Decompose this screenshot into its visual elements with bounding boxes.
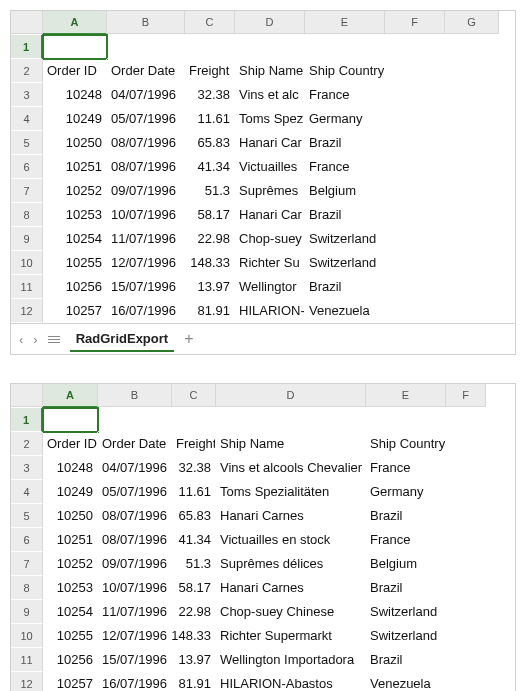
cell[interactable]: Order Date (98, 432, 172, 456)
cell[interactable]: Vins et alcools Chevalier (216, 456, 366, 480)
cell[interactable]: 10250 (43, 131, 107, 155)
row-header-8[interactable]: 8 (11, 576, 43, 600)
row-header-5[interactable]: 5 (11, 504, 43, 528)
cell[interactable]: Switzerland (366, 600, 446, 624)
cell[interactable]: 22.98 (185, 227, 235, 251)
col-header-F[interactable]: F (385, 11, 445, 34)
cell[interactable] (385, 83, 445, 107)
cell[interactable]: Freight (172, 432, 216, 456)
col-header-A[interactable]: A (43, 384, 98, 408)
cell[interactable]: 05/07/1996 (98, 480, 172, 504)
cell[interactable]: Belgium (305, 179, 385, 203)
all-sheets-icon[interactable] (48, 336, 60, 343)
cell[interactable] (385, 155, 445, 179)
col-header-C[interactable]: C (185, 11, 235, 34)
cell[interactable]: Hanari Car (235, 203, 305, 227)
cell[interactable] (445, 59, 499, 83)
row-header-6[interactable]: 6 (11, 155, 43, 179)
cell[interactable] (385, 203, 445, 227)
row-header-11[interactable]: 11 (11, 275, 43, 299)
cell[interactable]: Venezuela (366, 672, 446, 691)
cell[interactable] (445, 107, 499, 131)
cell[interactable]: Order ID (43, 432, 98, 456)
cell[interactable] (445, 35, 499, 59)
row-header-7[interactable]: 7 (11, 179, 43, 203)
cell[interactable]: 10249 (43, 480, 98, 504)
cell[interactable]: Switzerland (366, 624, 446, 648)
cell[interactable]: 10251 (43, 528, 98, 552)
add-sheet-icon[interactable]: + (184, 330, 193, 348)
cell[interactable]: HILARION- (235, 299, 305, 323)
cell[interactable]: 10252 (43, 552, 98, 576)
cell[interactable]: Ship Country (305, 59, 385, 83)
col-header-F[interactable]: F (446, 384, 486, 407)
cell[interactable]: 15/07/1996 (107, 275, 185, 299)
cell[interactable]: 10254 (43, 600, 98, 624)
row-header-11[interactable]: 11 (11, 648, 43, 672)
cell[interactable]: 32.38 (185, 83, 235, 107)
select-all-corner[interactable] (11, 11, 43, 34)
cell[interactable]: Ship Country (366, 432, 446, 456)
cell[interactable]: 10253 (43, 576, 98, 600)
cell[interactable]: 58.17 (172, 576, 216, 600)
cell[interactable]: 13.97 (185, 275, 235, 299)
row-header-1[interactable]: 1 (11, 35, 43, 59)
cell[interactable]: 22.98 (172, 600, 216, 624)
cell[interactable]: 10249 (43, 107, 107, 131)
cell[interactable] (445, 131, 499, 155)
row-header-2[interactable]: 2 (11, 59, 43, 83)
nav-prev-icon[interactable]: ‹ (19, 332, 23, 347)
cell[interactable] (446, 552, 486, 576)
cell[interactable] (305, 35, 385, 59)
cell[interactable] (385, 227, 445, 251)
row-header-5[interactable]: 5 (11, 131, 43, 155)
cell[interactable]: 148.33 (172, 624, 216, 648)
row-header-9[interactable]: 9 (11, 600, 43, 624)
sheet-tab[interactable]: RadGridExport (70, 327, 174, 352)
cell[interactable]: Brazil (305, 131, 385, 155)
cell[interactable] (446, 528, 486, 552)
cell[interactable] (43, 408, 98, 432)
row-header-2[interactable]: 2 (11, 432, 43, 456)
cell[interactable]: 11.61 (172, 480, 216, 504)
cell[interactable]: Wellington Importadora (216, 648, 366, 672)
cell[interactable]: 51.3 (172, 552, 216, 576)
cell[interactable]: 10/07/1996 (98, 576, 172, 600)
cell[interactable]: 10250 (43, 504, 98, 528)
cell[interactable] (446, 504, 486, 528)
cell[interactable]: Germany (366, 480, 446, 504)
col-header-A[interactable]: A (43, 11, 107, 35)
cell[interactable]: 10251 (43, 155, 107, 179)
cell[interactable]: Brazil (366, 576, 446, 600)
row-header-3[interactable]: 3 (11, 456, 43, 480)
cell[interactable] (446, 456, 486, 480)
cell[interactable]: 148.33 (185, 251, 235, 275)
cell[interactable]: 09/07/1996 (107, 179, 185, 203)
cell[interactable]: Switzerland (305, 251, 385, 275)
row-header-6[interactable]: 6 (11, 528, 43, 552)
cell[interactable] (235, 35, 305, 59)
cell[interactable] (446, 432, 486, 456)
cell[interactable]: 16/07/1996 (98, 672, 172, 691)
cell[interactable]: HILARION-Abastos (216, 672, 366, 691)
row-header-10[interactable]: 10 (11, 251, 43, 275)
col-header-B[interactable]: B (98, 384, 172, 407)
cell[interactable]: 04/07/1996 (107, 83, 185, 107)
cell[interactable]: 11/07/1996 (98, 600, 172, 624)
col-header-D[interactable]: D (235, 11, 305, 34)
cell[interactable]: 10253 (43, 203, 107, 227)
cell[interactable]: Germany (305, 107, 385, 131)
col-header-C[interactable]: C (172, 384, 216, 407)
cell[interactable] (107, 35, 185, 59)
cell[interactable]: 12/07/1996 (98, 624, 172, 648)
cell[interactable] (385, 179, 445, 203)
cell[interactable]: 11.61 (185, 107, 235, 131)
cell[interactable] (385, 107, 445, 131)
row-header-1[interactable]: 1 (11, 408, 43, 432)
cell[interactable]: 10255 (43, 624, 98, 648)
cell[interactable]: 08/07/1996 (98, 528, 172, 552)
cell[interactable]: 11/07/1996 (107, 227, 185, 251)
cell[interactable] (216, 408, 366, 432)
cell[interactable] (446, 648, 486, 672)
cell[interactable]: Vins et alc (235, 83, 305, 107)
